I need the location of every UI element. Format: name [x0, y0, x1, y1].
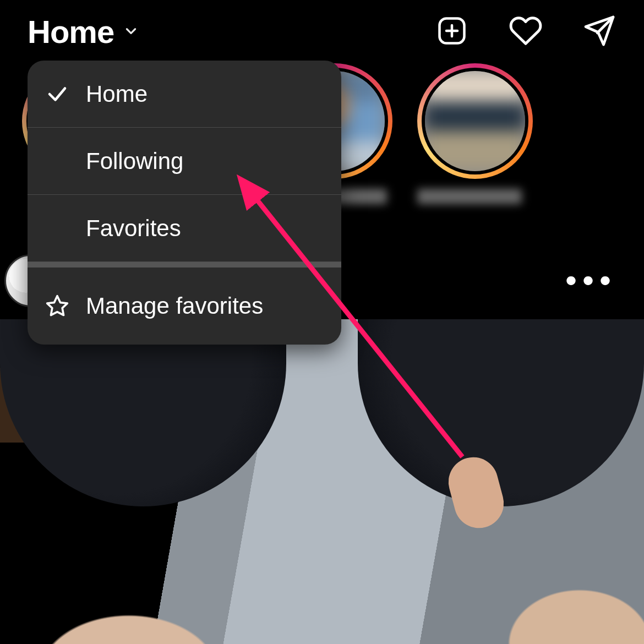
top-bar-actions: [435, 15, 616, 49]
story-username: [417, 189, 522, 204]
activity-button[interactable]: [509, 15, 543, 49]
dropdown-separator: [28, 262, 341, 268]
feed-switcher[interactable]: Home: [28, 13, 138, 50]
check-icon: [44, 83, 70, 106]
messages-button[interactable]: [582, 15, 616, 49]
chevron-down-icon: [124, 24, 138, 40]
feed-dropdown: Home Following Favorites Manage favorite…: [28, 61, 341, 345]
plus-square-icon: [435, 14, 468, 50]
post-photo-placeholder: [0, 319, 644, 644]
story-item[interactable]: [417, 63, 505, 239]
dropdown-item-following[interactable]: Following: [28, 128, 341, 195]
top-bar: Home: [0, 0, 644, 63]
post-image[interactable]: [0, 319, 644, 644]
dropdown-item-label: Following: [86, 148, 183, 174]
send-icon: [583, 14, 616, 50]
app-root: Home: [0, 0, 644, 644]
dropdown-item-favorites[interactable]: Favorites: [28, 195, 341, 262]
create-button[interactable]: [435, 15, 469, 49]
svg-marker-5: [47, 296, 68, 315]
dropdown-manage-favorites[interactable]: Manage favorites: [28, 268, 341, 345]
feed-title: Home: [28, 13, 114, 50]
dropdown-item-label: Favorites: [86, 215, 181, 242]
dropdown-item-home[interactable]: Home: [28, 61, 341, 128]
heart-icon: [509, 14, 543, 50]
dropdown-item-label: Manage favorites: [86, 293, 263, 319]
star-icon: [44, 294, 70, 318]
more-icon: •••: [565, 262, 616, 299]
dropdown-item-label: Home: [86, 81, 148, 107]
